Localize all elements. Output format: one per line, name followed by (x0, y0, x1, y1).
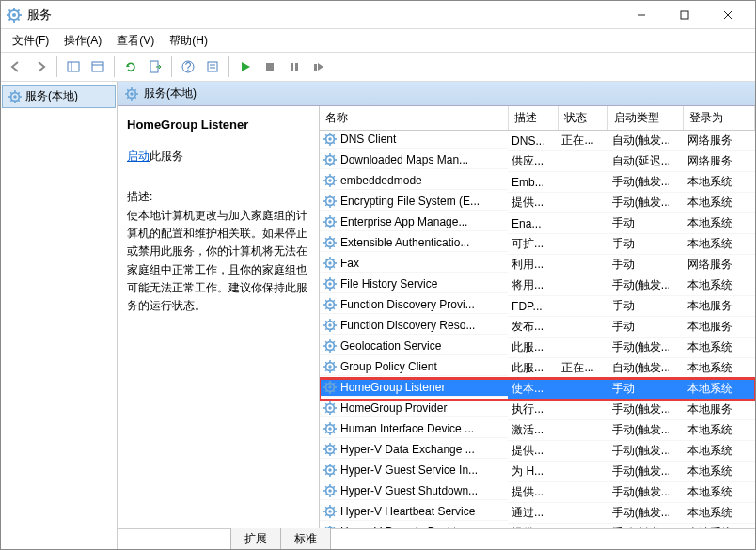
export-button[interactable] (87, 55, 109, 78)
table-row[interactable]: DNS ClientDNS...正在...自动(触发...网络服务 (320, 131, 755, 151)
cell-logon: 本地系统 (684, 482, 755, 503)
description-label: 描述: (127, 189, 309, 205)
gear-icon (125, 87, 138, 101)
cell-desc: 此服... (508, 338, 558, 358)
cell-desc: Emb... (508, 172, 558, 193)
tab-extended[interactable]: 扩展 (230, 528, 280, 550)
services-list[interactable]: 名称 描述 状态 启动类型 登录为 DNS ClientDNS...正在...自… (319, 106, 755, 528)
service-name-cell: Function Discovery Reso... (340, 319, 475, 332)
pause-service-button[interactable] (283, 55, 306, 78)
cell-status (558, 338, 607, 358)
back-button[interactable] (5, 55, 27, 78)
table-row[interactable]: Extensible Authenticatio...可扩...手动本地系统 (320, 234, 755, 255)
gear-icon (323, 236, 337, 249)
cell-status (558, 482, 607, 503)
minimize-button[interactable] (620, 2, 663, 28)
table-row[interactable]: Hyper-V Heartbeat Service通过...手动(触发...本地… (320, 503, 755, 524)
svg-rect-27 (314, 64, 317, 71)
cell-startup: 手动(触发... (608, 420, 684, 441)
cell-logon: 本地系统 (684, 172, 755, 193)
cell-desc: 利用... (508, 255, 558, 275)
col-logon[interactable]: 登录为 (684, 106, 755, 131)
tree-item-services-local[interactable]: 服务(本地) (2, 85, 116, 108)
table-row[interactable]: Enterprise App Manage...Ena...手动本地系统 (320, 213, 755, 234)
stop-service-button[interactable] (259, 55, 281, 78)
help-button[interactable]: ? (177, 55, 199, 78)
forward-button[interactable] (29, 55, 52, 78)
cell-desc: FDP... (508, 296, 558, 317)
cell-logon: 网络服务 (684, 151, 755, 172)
cell-status: 正在... (558, 358, 607, 379)
export-list-button[interactable] (144, 55, 166, 78)
svg-rect-26 (295, 63, 298, 71)
close-button[interactable] (706, 2, 749, 28)
cell-desc: 使本... (508, 379, 558, 400)
cell-status: 正在... (558, 131, 607, 151)
show-hide-button[interactable] (62, 55, 85, 78)
table-row[interactable]: Function Discovery Reso...发布...手动本地服务 (320, 317, 755, 338)
col-desc[interactable]: 描述 (508, 106, 558, 131)
table-row[interactable]: File History Service将用...手动(触发...本地系统 (320, 275, 755, 296)
gear-icon (323, 505, 337, 518)
cell-status (558, 379, 607, 400)
table-row[interactable]: Geolocation Service此服...手动(触发...本地系统 (320, 338, 755, 358)
gear-icon (323, 443, 337, 456)
properties-button[interactable] (201, 55, 224, 78)
refresh-button[interactable] (119, 55, 142, 78)
cell-status (558, 275, 607, 296)
cell-status (558, 151, 607, 172)
col-name[interactable]: 名称 (320, 106, 508, 131)
service-name-cell: DNS Client (340, 133, 396, 146)
service-name-cell: Group Policy Client (340, 360, 437, 373)
table-row[interactable]: Hyper-V Guest Shutdown...提供...手动(触发...本地… (320, 482, 755, 503)
table-row[interactable]: Function Discovery Provi...FDP...手动本地服务 (320, 296, 755, 317)
gear-icon (323, 153, 337, 166)
menu-file[interactable]: 文件(F) (5, 31, 56, 51)
cell-startup: 手动(触发... (608, 503, 684, 524)
cell-desc: Ena... (508, 213, 558, 234)
table-row[interactable]: Fax利用...手动网络服务 (320, 255, 755, 275)
menu-view[interactable]: 查看(V) (109, 31, 162, 51)
table-row[interactable]: Human Interface Device ...激活...手动(触发...本… (320, 420, 755, 441)
table-row[interactable]: Downloaded Maps Man...供应...自动(延迟...网络服务 (320, 151, 755, 172)
col-status[interactable]: 状态 (558, 106, 607, 131)
table-row[interactable]: Encrypting File System (E...提供...手动(触发..… (320, 193, 755, 213)
table-row[interactable]: Hyper-V Guest Service In...为 H...手动(触发..… (320, 462, 755, 482)
gear-icon (323, 257, 337, 270)
maximize-button[interactable] (663, 2, 706, 28)
cell-logon: 本地系统 (684, 193, 755, 213)
start-service-button[interactable] (234, 55, 257, 78)
table-row[interactable]: embeddedmodeEmb...手动(触发...本地系统 (320, 172, 755, 193)
menu-action[interactable]: 操作(A) (56, 31, 109, 51)
title-bar: 服务 (1, 1, 755, 29)
table-row[interactable]: HomeGroup Listener使本...手动本地系统 (320, 379, 755, 400)
col-startup[interactable]: 启动类型 (608, 106, 684, 131)
start-service-link[interactable]: 启动 (127, 149, 150, 163)
svg-rect-14 (68, 62, 79, 71)
cell-startup: 手动(触发... (608, 172, 684, 193)
table-row[interactable]: HomeGroup Provider执行...手动(触发...本地服务 (320, 400, 755, 420)
cell-status (558, 441, 607, 462)
cell-logon: 本地服务 (684, 317, 755, 338)
cell-logon: 网络服务 (684, 131, 755, 151)
cell-startup: 手动(触发... (608, 193, 684, 213)
cell-startup: 手动(触发... (608, 462, 684, 482)
cell-logon: 本地服务 (684, 400, 755, 420)
gear-icon (323, 381, 337, 394)
table-row[interactable]: Hyper-V Data Exchange ...提供...手动(触发...本地… (320, 441, 755, 462)
service-name-cell: HomeGroup Provider (340, 401, 447, 415)
cell-status (558, 400, 607, 420)
svg-text:?: ? (185, 60, 192, 73)
table-row[interactable]: Group Policy Client此服...正在...自动(触发...本地系… (320, 358, 755, 379)
service-name-cell: Function Discovery Provi... (340, 298, 475, 311)
menu-help[interactable]: 帮助(H) (162, 31, 215, 51)
cell-startup: 手动(触发... (608, 338, 684, 358)
cell-logon: 本地系统 (684, 420, 755, 441)
cell-logon: 本地系统 (684, 213, 755, 234)
tab-standard[interactable]: 标准 (280, 528, 331, 550)
restart-service-button[interactable] (307, 55, 330, 78)
cell-status (558, 420, 607, 441)
cell-status (558, 317, 607, 338)
gear-icon (323, 401, 337, 415)
gear-icon (323, 319, 337, 332)
